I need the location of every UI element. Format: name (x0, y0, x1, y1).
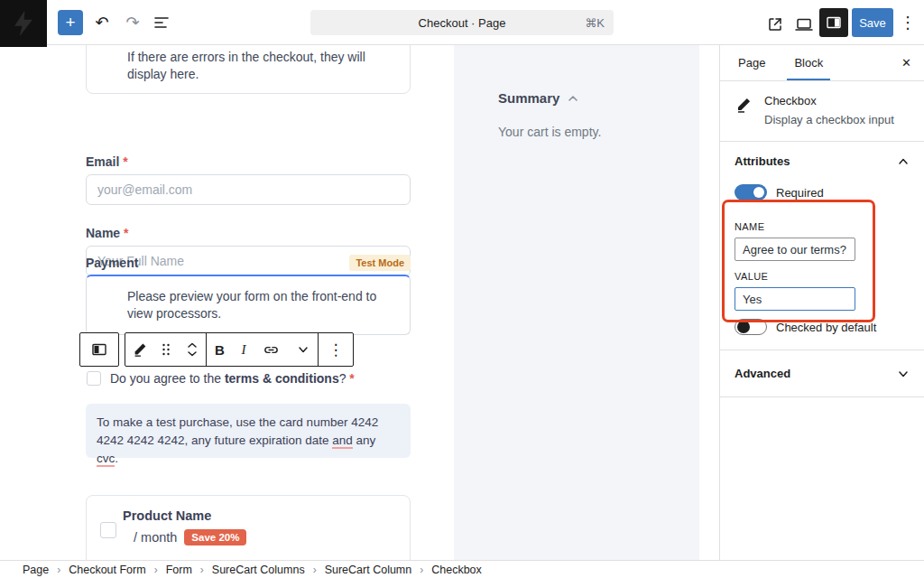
bold-button[interactable]: B (215, 342, 225, 358)
redo-button[interactable]: ↷ (121, 11, 144, 34)
save-button[interactable]: Save (852, 8, 893, 37)
save-discount-badge: Save 20% (184, 529, 246, 545)
advanced-panel-header[interactable]: Advanced (720, 350, 924, 397)
breadcrumb-item[interactable]: Form (166, 564, 192, 576)
block-toolbar: B I ⋮ (125, 332, 354, 367)
checkbox-name-input[interactable] (735, 238, 855, 261)
name-label: Name * (86, 226, 128, 240)
block-options-button[interactable]: ⋮ (328, 340, 344, 359)
required-toggle-row: Required (735, 184, 910, 200)
advanced-title: Advanced (735, 367, 790, 380)
checkbox-block-icon (735, 96, 753, 114)
block-mover-icon[interactable] (185, 340, 199, 359)
checkbox-value-input[interactable] (735, 287, 855, 311)
terms-checkbox[interactable] (87, 371, 101, 386)
checked-by-default-toggle[interactable] (735, 319, 767, 335)
editor-canvas: Summary Your cart is empty. If there are… (0, 45, 719, 560)
attributes-panel: Attributes Required NAME VALUE Checked b… (720, 142, 924, 350)
breadcrumb-separator: › (313, 564, 317, 576)
spellcheck-word-and: and (332, 434, 353, 449)
attributes-title: Attributes (735, 154, 790, 168)
desktop-preview-icon (794, 15, 814, 33)
name-field-label: NAME (735, 221, 910, 232)
terms-checkbox-block[interactable]: Do you agree to the terms & conditions? … (87, 371, 355, 386)
document-title-button[interactable]: Checkout · Page ⌘K (310, 10, 614, 35)
breadcrumb-item[interactable]: SureCart Columns (212, 564, 305, 576)
italic-button[interactable]: I (241, 342, 245, 358)
edit-pencil-icon[interactable] (132, 341, 148, 358)
preview-button[interactable] (792, 13, 816, 36)
block-controls-group (125, 333, 206, 366)
sidebar-tabs: Page Block ✕ (720, 45, 924, 81)
block-inserter-button[interactable]: + (58, 10, 83, 35)
summary-heading-row[interactable]: Summary (498, 90, 579, 106)
formatting-controls-group: B I (206, 333, 319, 366)
breadcrumb-separator: › (154, 564, 158, 576)
link-icon[interactable] (263, 341, 280, 359)
email-label-text: Email (86, 154, 119, 169)
block-breadcrumb-bar: Page › Checkout Form › Form › SureCart C… (0, 560, 924, 578)
list-view-button[interactable] (150, 11, 173, 34)
test-mode-badge: Test Mode (349, 255, 411, 271)
required-toggle[interactable] (735, 184, 767, 200)
chevron-up-icon (897, 155, 910, 168)
terms-bold-text: terms & conditions (225, 371, 339, 386)
settings-sidebar: Page Block ✕ Checkbox Display a checkbox… (719, 45, 924, 560)
breadcrumb-item[interactable]: Checkout Form (69, 564, 145, 576)
required-toggle-label: Required (776, 186, 824, 200)
close-sidebar-button[interactable]: ✕ (901, 56, 911, 70)
product-price-row: / month Save 20% (134, 529, 246, 545)
block-options-group: ⋮ (318, 333, 353, 366)
more-formats-chevron-icon[interactable] (297, 343, 310, 356)
chevron-up-icon (567, 92, 579, 105)
tab-page[interactable]: Page (735, 45, 769, 80)
breadcrumb-item[interactable]: SureCart Column (325, 564, 412, 576)
block-description: Display a checkbox input (764, 113, 894, 126)
checkout-summary-column: Summary Your cart is empty. (454, 45, 699, 560)
block-editor-window: + ↶ ↷ Checkout · Page ⌘K (0, 0, 924, 578)
payment-preview-notice: Please preview your form on the front-en… (127, 288, 402, 322)
chevron-down-icon (897, 368, 910, 380)
options-menu-button[interactable]: ⋮ (896, 11, 919, 34)
breadcrumb-separator: › (57, 564, 60, 576)
editor-topbar: + ↶ ↷ Checkout · Page ⌘K (0, 0, 924, 45)
tab-block[interactable]: Block (790, 45, 827, 80)
checked-default-toggle-row: Checked by default (735, 319, 910, 335)
select-parent-block-button[interactable] (79, 332, 119, 367)
payment-label: Payment (86, 256, 138, 270)
error-notice-text: If there are errors in the checkout, the… (127, 49, 389, 83)
test-purchase-between: any (353, 434, 376, 447)
required-asterisk: * (124, 226, 128, 240)
site-logo[interactable] (0, 0, 47, 47)
email-input[interactable] (86, 174, 411, 205)
required-asterisk: * (123, 154, 127, 169)
payment-processor-block[interactable]: Please preview your form on the front-en… (86, 275, 411, 335)
settings-sidebar-toggle[interactable] (819, 8, 848, 37)
column-block-icon (90, 340, 108, 359)
list-view-icon (152, 14, 171, 32)
view-site-button[interactable] (763, 13, 787, 36)
breadcrumb-separator: › (420, 564, 423, 576)
summary-title: Summary (498, 90, 559, 106)
external-link-icon (766, 15, 784, 33)
spellcheck-word-cvc: cvc (97, 452, 115, 467)
recommended-product-card[interactable]: Product Name / month Save 20% (86, 495, 411, 560)
payment-heading-row: Payment Test Mode (86, 255, 411, 271)
attributes-panel-header[interactable]: Attributes (735, 154, 910, 168)
command-shortcut: ⌘K (585, 16, 605, 30)
sidebar-panel-icon (825, 14, 843, 32)
cart-empty-message: Your cart is empty. (498, 125, 601, 139)
product-checkbox[interactable] (100, 522, 116, 538)
drag-handle-icon[interactable] (160, 341, 172, 358)
test-purchase-info-box: To make a test purchase, use the card nu… (86, 404, 411, 458)
lightning-logo-icon (8, 8, 39, 39)
breadcrumb-item[interactable]: Checkbox (431, 564, 482, 576)
undo-button[interactable]: ↶ (90, 11, 114, 34)
product-name: Product Name (123, 508, 211, 523)
name-label-text: Name (86, 226, 120, 240)
checked-default-label: Checked by default (776, 321, 876, 334)
breadcrumb-item[interactable]: Page (23, 564, 49, 576)
document-title: Checkout · Page (419, 16, 506, 30)
breadcrumb-separator: › (200, 564, 204, 576)
required-asterisk: * (349, 371, 354, 386)
